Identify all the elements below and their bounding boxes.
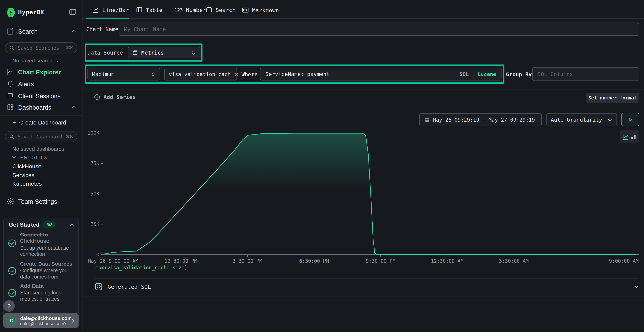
where-input[interactable]: SQL | Lucene [260, 68, 502, 80]
check-circle-icon [8, 289, 16, 299]
chevron-down-icon [608, 117, 612, 122]
legend-series-label: max(visa_validation_cache.size) [95, 265, 187, 271]
card-text-icon [206, 6, 212, 13]
get-started-header[interactable]: Get Started 3/3 [8, 222, 74, 228]
divider [0, 40, 82, 40]
divider [82, 90, 644, 90]
sidebar-collapse-icon[interactable] [69, 8, 76, 16]
metrics-box-icon [132, 50, 138, 56]
date-range-picker[interactable]: May 26 09:29:19 - May 27 09:29:19 [419, 114, 542, 126]
search-icon [9, 134, 14, 139]
no-saved-dashboards-text: No saved dashboards [12, 146, 64, 152]
svg-text:0: 0 [96, 252, 100, 258]
user-menu[interactable]: D dale@clickhouse.com dale@clickhouse.co… [3, 313, 79, 328]
get-started-badge: 3/3 [43, 222, 56, 228]
saved-dashboards-input[interactable]: ⌘K [5, 131, 77, 142]
tab-markdown[interactable]: Markdown [242, 6, 279, 14]
run-query-button[interactable] [622, 113, 639, 126]
svg-text:75K: 75K [90, 160, 100, 166]
user-org: dale@clickhouse.com's [20, 321, 71, 326]
svg-text:12:30:00 AM: 12:30:00 AM [431, 258, 464, 264]
help-button[interactable]: ? [3, 300, 15, 312]
lucene-toggle[interactable]: Lucene [478, 71, 496, 77]
tab-number[interactable]: 123 Number [174, 6, 206, 13]
saved-searches-input[interactable]: ⌘K [5, 42, 77, 53]
tab-label: Table [146, 6, 162, 13]
data-source-select[interactable]: Metrics [128, 47, 200, 58]
timeseries-chart[interactable]: 025K50K75K100KMay 26 9:00:00 AM12:30:00 … [86, 130, 639, 266]
tab-line-bar[interactable]: Line/Bar [92, 6, 129, 13]
tab-table[interactable]: Table [136, 6, 162, 13]
where-label: Where [242, 71, 258, 78]
group-by-field[interactable] [533, 71, 639, 77]
user-email: dale@clickhouse.com [20, 315, 71, 321]
tab-search[interactable]: Search [206, 6, 236, 13]
preset-item-services[interactable]: Services [12, 172, 34, 178]
svg-text:25K: 25K [90, 221, 100, 227]
chevron-up-icon[interactable] [70, 222, 74, 227]
sql-toggle[interactable]: SQL [460, 71, 469, 77]
close-icon[interactable] [234, 72, 239, 77]
divider [0, 116, 82, 116]
data-source-label: Data Source [88, 50, 123, 56]
create-dashboard-label: Create Dashboard [19, 119, 66, 126]
chart-legend[interactable]: — max(visa_validation_cache.size) [90, 265, 188, 271]
sidebar-item-label: Client Sessions [18, 92, 60, 99]
add-series-button[interactable]: Add Series [94, 94, 136, 100]
aggregation-select[interactable]: Maximum [88, 68, 160, 80]
where-field[interactable] [260, 71, 460, 77]
help-glyph: ? [7, 303, 11, 309]
journal-icon [6, 28, 14, 35]
set-number-format-button[interactable]: Set number format [586, 93, 639, 103]
preset-item-kubernetes[interactable]: Kubernetes [12, 180, 42, 187]
svg-text:3:30:00 AM: 3:30:00 AM [499, 258, 528, 264]
saved-searches-field[interactable] [17, 44, 63, 51]
sidebar-item-client-sessions[interactable]: Client Sessions [6, 92, 76, 99]
avatar-initial: D [10, 318, 14, 324]
line-chart-icon [6, 68, 14, 76]
plus-icon: + [12, 119, 16, 126]
active-tab-underline [86, 18, 129, 19]
tab-label: Search [216, 6, 236, 13]
chart-name-input[interactable] [119, 22, 639, 36]
chart-name-field[interactable] [119, 26, 639, 32]
svg-text:12:30:00 PM: 12:30:00 PM [164, 258, 197, 264]
metric-field-tag[interactable]: visa_validation_cach [164, 68, 237, 80]
code-icon [94, 283, 103, 291]
chevron-up-icon[interactable] [72, 105, 76, 110]
get-started-card: Get Started 3/3 Connect to ClickHouse Se… [3, 218, 79, 319]
task-title: Create Data Sources [20, 261, 78, 267]
toggle-divider: | [472, 71, 474, 77]
table-icon [136, 6, 142, 13]
presets-toggle[interactable]: PRESETS [12, 154, 48, 160]
generated-sql-label: Generated SQL [108, 283, 151, 290]
generated-sql-toggle[interactable]: Generated SQL [94, 283, 639, 291]
group-by-input[interactable] [532, 68, 639, 81]
sidebar-item-team-settings[interactable]: Team Settings [6, 198, 76, 205]
sidebar-item-search[interactable]: Search [6, 28, 76, 35]
preset-item-clickhouse[interactable]: ClickHouse [12, 163, 42, 170]
sidebar-item-alerts[interactable]: Alerts [6, 80, 76, 88]
search-icon [9, 45, 14, 50]
check-circle-icon [8, 239, 16, 249]
sidebar-item-label: Alerts [18, 80, 34, 87]
main-content: Line/Bar Table 123 Number Search Markdow… [82, 0, 644, 332]
task-title: Add Data [20, 283, 78, 289]
svg-text:3:30:00 PM: 3:30:00 PM [232, 258, 262, 264]
bell-icon [6, 80, 14, 88]
sidebar-item-label: Chart Explorer [18, 68, 61, 75]
saved-dashboards-field[interactable] [17, 133, 63, 140]
granularity-select[interactable]: Auto Granularity [546, 114, 617, 126]
tab-underline-track [82, 18, 644, 19]
123-icon: 123 [174, 7, 183, 12]
avatar: D [6, 315, 17, 326]
sidebar-item-label: Search [18, 28, 38, 35]
sidebar-item-chart-explorer[interactable]: Chart Explorer [6, 68, 76, 76]
sidebar-item-label: Team Settings [18, 198, 57, 205]
create-dashboard-button[interactable]: + Create Dashboard [12, 119, 66, 126]
gear-icon [6, 198, 14, 205]
chevron-right-icon [71, 318, 76, 323]
dashboard-grid-icon [6, 104, 14, 111]
sidebar-item-dashboards[interactable]: Dashboards [6, 104, 76, 111]
chevron-up-icon[interactable] [72, 29, 76, 34]
